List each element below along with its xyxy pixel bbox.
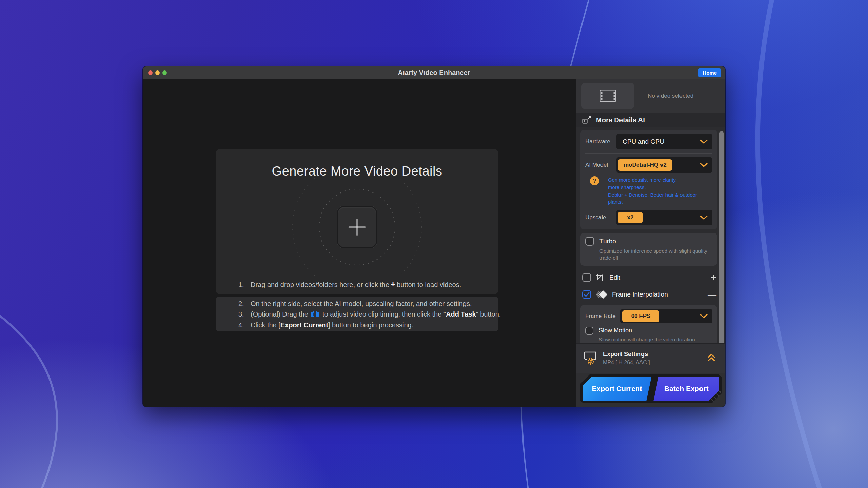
sidebar-scrollbar[interactable] (719, 131, 724, 343)
main-area: Generate More Video Details (143, 79, 576, 407)
model-settings-panel: Hardware CPU and GPU AI Model (580, 130, 717, 229)
frame-interpolation-row: Frame Interpolation — (576, 286, 725, 303)
instruction-text: (Optional) Drag the (251, 310, 308, 318)
ai-model-select[interactable]: moDetail-HQ v2 (616, 157, 712, 173)
divider (585, 153, 712, 154)
inline-plus-icon: + (389, 280, 397, 289)
turbo-label: Turbo (599, 238, 616, 245)
slow-motion-description: Slow motion will change the video durati… (599, 336, 712, 343)
desktop-wallpaper: Aiarty Video Enhancer Home Generate More… (0, 0, 868, 488)
upscale-row: Upscale x2 (585, 210, 712, 225)
export-current-reference: Export Current (280, 321, 328, 329)
export-current-button[interactable]: Export Current (583, 377, 651, 401)
frame-rate-select[interactable]: 60 FPS (620, 309, 712, 323)
title-bar: Aiarty Video Enhancer Home (143, 66, 725, 79)
ai-model-description: Gen more details, more clarity, more sha… (608, 176, 712, 206)
slow-motion-label: Slow Motion (599, 327, 632, 334)
chevron-down-icon (700, 140, 708, 144)
trim-handles-icon (310, 310, 320, 318)
instructions-panel: 2. On the right side, select the AI mode… (216, 297, 498, 331)
edit-crop-icon (596, 273, 605, 282)
settings-sidebar: No video selected More Details AI Hardwa… (576, 79, 725, 407)
edit-checkbox[interactable] (582, 273, 591, 282)
help-line: more sharpness. (608, 184, 712, 191)
video-preview-row: No video selected (576, 79, 725, 113)
export-settings-title: Export Settings (603, 351, 650, 358)
instruction-number: 1. (238, 281, 251, 289)
settings-scroll-area[interactable]: Hardware CPU and GPU AI Model (576, 127, 725, 343)
export-settings-icon (582, 351, 598, 366)
slow-motion-checkbox[interactable] (585, 327, 593, 335)
instruction-1: 1. Drag and drop videos/folders here, or… (238, 280, 491, 289)
window-title: Aiarty Video Enhancer (143, 69, 725, 77)
chevron-down-icon (700, 216, 708, 220)
frame-rate-row: Frame Rate 60 FPS (585, 309, 712, 323)
home-button[interactable]: Home (698, 68, 721, 77)
export-format-value: MP4 [ H.264, AAC ] (603, 360, 650, 366)
instruction-number: 4. (238, 321, 251, 329)
upscale-badge: x2 (618, 212, 643, 223)
export-settings-row[interactable]: Export Settings MP4 [ H.264, AAC ] (576, 343, 725, 373)
app-window: Aiarty Video Enhancer Home Generate More… (143, 66, 725, 407)
instruction-text: On the right side, select the AI model, … (251, 300, 472, 308)
video-thumbnail-placeholder[interactable] (581, 83, 634, 109)
instruction-text: Drag and drop videos/folders here, or cl… (251, 281, 389, 289)
frame-rate-label: Frame Rate (585, 313, 620, 320)
turbo-checkbox[interactable] (585, 237, 594, 246)
instruction-text: button to load videos. (397, 281, 461, 289)
turbo-description: Optimized for inference speed with sligh… (599, 248, 712, 262)
minimize-window-button[interactable] (155, 70, 160, 75)
instruction-text: ] button to begin processing. (328, 321, 413, 329)
export-buttons-container: Export Current Batch Export (580, 374, 722, 403)
ai-model-label: AI Model (585, 162, 616, 168)
instruction-number: 2. (238, 300, 251, 308)
chevron-down-icon (700, 163, 708, 167)
instruction-text: Click the [ (251, 321, 280, 329)
edit-feature-row: Edit + (576, 269, 725, 286)
batch-export-button[interactable]: Batch Export (653, 377, 719, 401)
upscale-details-icon (582, 116, 592, 124)
frame-interpolation-icon (596, 290, 607, 299)
instruction-number: 3. (238, 310, 251, 318)
turbo-row: Turbo (585, 237, 712, 246)
export-settings-texts: Export Settings MP4 [ H.264, AAC ] (603, 351, 650, 366)
section-header-more-details-ai: More Details AI (576, 113, 725, 127)
turbo-panel: Turbo Optimized for inference speed with… (580, 233, 717, 266)
instruction-text: to adjust video clip timing, then click … (322, 310, 446, 318)
instruction-2: 2. On the right side, select the AI mode… (238, 300, 498, 308)
collapse-frame-interpolation-icon[interactable]: — (708, 290, 716, 299)
instruction-4: 4. Click the [ Export Current ] button t… (238, 321, 498, 329)
hardware-row: Hardware CPU and GPU (585, 134, 712, 149)
frame-interpolation-label: Frame Interpolation (612, 291, 668, 298)
frame-rate-badge: 60 FPS (622, 310, 659, 322)
close-window-button[interactable] (148, 70, 153, 75)
checkmark-icon (584, 292, 590, 297)
hardware-select[interactable]: CPU and GPU (616, 134, 712, 149)
frame-rate-panel: Frame Rate 60 FPS Slow Motion (580, 305, 717, 343)
drop-zone[interactable]: Generate More Video Details (216, 149, 498, 294)
double-chevron-up-icon[interactable] (707, 353, 716, 363)
add-video-button[interactable] (337, 206, 377, 248)
hardware-value: CPU and GPU (623, 138, 665, 145)
ai-model-row: AI Model moDetail-HQ v2 (585, 157, 712, 173)
slow-motion-row: Slow Motion (585, 327, 712, 335)
frame-interpolation-checkbox[interactable] (582, 290, 591, 299)
zoom-window-button[interactable] (162, 70, 167, 75)
help-line: Deblur + Denoise. Better hair & outdoor … (608, 191, 712, 206)
upscale-select[interactable]: x2 (616, 210, 712, 225)
ai-model-help: ? Gen more details, more clarity, more s… (585, 176, 712, 206)
help-icon[interactable]: ? (590, 176, 599, 185)
filmstrip-icon (600, 90, 616, 102)
upscale-label: Upscale (585, 214, 616, 221)
instruction-text: " button. (476, 310, 501, 318)
help-line: Gen more details, more clarity, (608, 176, 712, 184)
ai-model-badge: moDetail-HQ v2 (618, 159, 672, 171)
add-task-reference: Add Task (446, 310, 476, 318)
edit-label: Edit (609, 274, 620, 281)
instruction-3: 3. (Optional) Drag the to adjust video c… (238, 310, 498, 318)
hardware-label: Hardware (585, 138, 616, 145)
section-title: More Details AI (596, 116, 645, 124)
traffic-lights (148, 70, 167, 75)
no-video-status: No video selected (648, 93, 693, 99)
expand-edit-icon[interactable]: + (710, 272, 716, 283)
